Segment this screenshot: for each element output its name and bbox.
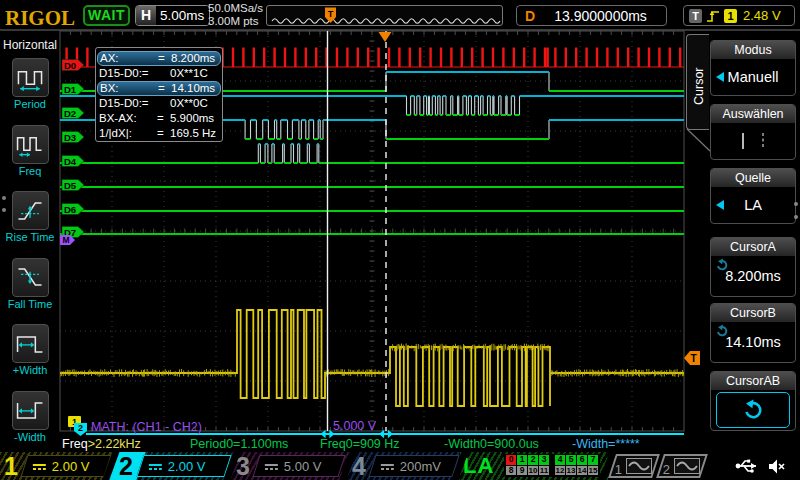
svg-text:D1: D1 bbox=[64, 84, 77, 95]
digital-chip-d6: 6 bbox=[577, 455, 587, 465]
svg-text:T: T bbox=[690, 353, 696, 364]
svg-text:D3: D3 bbox=[64, 132, 76, 143]
measurement-nwidth-2: -Width=***** bbox=[572, 437, 640, 451]
ch1-status-pill[interactable]: 2.00 V bbox=[20, 455, 111, 477]
topbar-icons: T bbox=[0, 0, 800, 30]
ch4-scale: 200mV bbox=[400, 459, 441, 474]
svg-text:D5: D5 bbox=[64, 180, 77, 191]
svg-text:M: M bbox=[62, 235, 69, 245]
ch1-scale: 2.00 V bbox=[52, 459, 90, 474]
digital-chip-d12: 12 bbox=[555, 466, 565, 476]
math-channel-label: MATH: (CH1 - CH2) bbox=[91, 420, 202, 434]
ch3-scale: 5.00 V bbox=[284, 459, 322, 474]
cursor-readout-box: AX:=8.200msD15-D0:=0X**1CBX:=14.10msD15-… bbox=[95, 47, 223, 142]
source2-number: 2 bbox=[663, 462, 670, 477]
ch2-status-pill[interactable]: 2.00 V bbox=[136, 455, 231, 477]
cursor-readout-row: 1/|dX|:=169.5 Hz bbox=[96, 126, 222, 141]
svg-text:D6: D6 bbox=[64, 204, 76, 215]
channel-status-bar: 1 2.00 V 2 2.00 V 3 5.00 V 4 bbox=[0, 452, 800, 480]
oscilloscope-screen: D0D1D2D3D4D5D6D7M12T RIGOL WAIT H 5.00ms… bbox=[0, 0, 800, 480]
dc-coupling-icon bbox=[381, 463, 394, 469]
dc-coupling-icon bbox=[265, 463, 278, 469]
measurement-freq-counter: Freq>2.22kHz bbox=[62, 437, 141, 451]
sine-icon bbox=[674, 458, 700, 474]
digital-chip-d4: 4 bbox=[555, 455, 565, 465]
math-scale-value: 5.000 V bbox=[333, 419, 376, 433]
digital-channel-indicators[interactable]: 0123456789101112131415 bbox=[504, 454, 600, 477]
ch2-scale: 2.00 V bbox=[168, 459, 206, 474]
cursor-readout-row: D15-D0:=0X**0C bbox=[96, 96, 222, 111]
source2-indicator[interactable]: 2 bbox=[656, 454, 708, 478]
source1-indicator[interactable]: 1 bbox=[608, 454, 660, 478]
cursor-readout-row: BX:=14.10ms bbox=[97, 81, 221, 96]
digital-chips-high: 89101112131415 bbox=[506, 466, 598, 476]
cursor-readout-row: AX:=8.200ms bbox=[97, 51, 221, 66]
svg-text:D2: D2 bbox=[64, 108, 76, 119]
digital-chip-d15: 15 bbox=[588, 466, 598, 476]
digital-chip-d7: 7 bbox=[588, 455, 598, 465]
digital-chips-low: 01234567 bbox=[506, 455, 598, 465]
svg-text:D4: D4 bbox=[64, 156, 77, 167]
dc-coupling-icon bbox=[149, 463, 162, 469]
svg-text:T: T bbox=[328, 9, 334, 19]
measurement-period-d0: Period0=1.100ms bbox=[190, 437, 288, 451]
cursor-readout-row: D15-D0:=0X**1C bbox=[96, 66, 222, 81]
svg-text:2: 2 bbox=[78, 423, 83, 433]
la-status[interactable]: LA bbox=[463, 453, 494, 479]
digital-chip-d14: 14 bbox=[577, 466, 587, 476]
digital-chip-d13: 13 bbox=[566, 466, 576, 476]
measurement-freq-d0: Freq0=909 Hz bbox=[320, 437, 400, 451]
dc-coupling-icon bbox=[33, 463, 46, 469]
source1-number: 1 bbox=[615, 462, 622, 477]
measurement-status-row: Freq>2.22kHzPeriod0=1.100msFreq0=909 Hz-… bbox=[0, 437, 800, 451]
ch4-status-pill[interactable]: 200mV bbox=[368, 455, 459, 477]
digital-chip-d10: 10 bbox=[528, 466, 538, 476]
digital-chip-d1: 1 bbox=[517, 455, 527, 465]
ch3-status-pill[interactable]: 5.00 V bbox=[252, 455, 345, 477]
ch1-number[interactable]: 1 bbox=[4, 452, 18, 480]
ch2-number[interactable]: 2 bbox=[119, 452, 133, 480]
digital-chip-d3: 3 bbox=[539, 455, 549, 465]
digital-chip-d9: 9 bbox=[517, 466, 527, 476]
digital-chip-d2: 2 bbox=[528, 455, 538, 465]
digital-chip-d0: 0 bbox=[506, 455, 516, 465]
measurement-nwidth-d0: -Width0=900.0us bbox=[444, 437, 539, 451]
svg-text:D0: D0 bbox=[64, 60, 76, 71]
digital-chip-d5: 5 bbox=[566, 455, 576, 465]
digital-chip-d8: 8 bbox=[506, 466, 516, 476]
sine-icon bbox=[626, 458, 652, 474]
cursor-readout-row: BX-AX:=5.900ms bbox=[96, 111, 222, 126]
digital-chip-d11: 11 bbox=[539, 466, 549, 476]
